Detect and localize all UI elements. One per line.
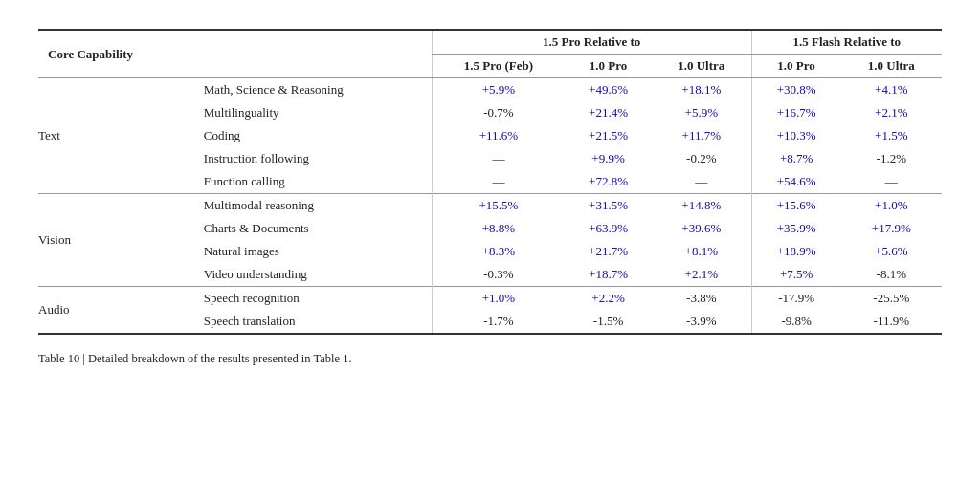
col1-header: 1.5 Pro (Feb) — [432, 55, 565, 78]
data-cell-0-1-3: +16.7% — [751, 101, 841, 124]
row-name: Natural images — [194, 240, 433, 263]
section-label-text: Text — [38, 78, 194, 194]
row-name: Multimodal reasoning — [194, 194, 433, 218]
data-cell-0-2-1: +21.5% — [565, 124, 652, 147]
data-cell-2-0-0: +1.0% — [432, 287, 565, 311]
data-cell-1-0-2: +14.8% — [652, 194, 751, 218]
data-cell-0-1-4: +2.1% — [841, 101, 942, 124]
data-cell-1-0-1: +31.5% — [565, 194, 652, 218]
data-cell-0-2-3: +10.3% — [751, 124, 841, 147]
caption-link[interactable]: 1 — [343, 352, 348, 365]
col2-header: 1.0 Pro — [565, 55, 652, 78]
data-cell-1-0-4: +1.0% — [841, 194, 942, 218]
data-cell-0-4-4: — — [841, 170, 942, 194]
caption-text: Table 10 | Detailed breakdown of the res… — [38, 352, 343, 365]
data-cell-1-1-1: +63.9% — [565, 217, 652, 240]
section-label-vision: Vision — [38, 194, 194, 287]
data-cell-1-1-4: +17.9% — [841, 217, 942, 240]
data-cell-0-3-0: — — [432, 147, 565, 170]
core-capability-header: Core Capability — [38, 30, 194, 78]
data-cell-1-3-2: +2.1% — [652, 263, 751, 287]
data-cell-0-3-1: +9.9% — [565, 147, 652, 170]
data-cell-1-2-0: +8.3% — [432, 240, 565, 263]
data-cell-0-4-0: — — [432, 170, 565, 194]
data-cell-1-2-4: +5.6% — [841, 240, 942, 263]
data-cell-0-1-0: -0.7% — [432, 101, 565, 124]
row-name: Coding — [194, 124, 433, 147]
data-cell-0-2-2: +11.7% — [652, 124, 751, 147]
data-cell-0-0-0: +5.9% — [432, 78, 565, 102]
pro-relative-header: 1.5 Pro Relative to — [432, 30, 751, 55]
data-cell-1-3-3: +7.5% — [751, 263, 841, 287]
data-cell-0-2-0: +11.6% — [432, 124, 565, 147]
table-container: Core Capability 1.5 Pro Relative to 1.5 … — [38, 29, 942, 335]
capability-spacer — [194, 30, 433, 78]
row-name: Charts & Documents — [194, 217, 433, 240]
data-cell-2-1-3: -9.8% — [751, 310, 841, 334]
data-cell-1-3-0: -0.3% — [432, 263, 565, 287]
data-cell-1-3-4: -8.1% — [841, 263, 942, 287]
table-caption: Table 10 | Detailed breakdown of the res… — [38, 352, 942, 366]
data-cell-0-3-2: -0.2% — [652, 147, 751, 170]
col3-header: 1.0 Ultra — [652, 55, 751, 78]
col5-header: 1.0 Ultra — [841, 55, 942, 78]
data-cell-2-0-4: -25.5% — [841, 287, 942, 311]
data-cell-0-0-2: +18.1% — [652, 78, 751, 102]
data-cell-0-4-2: — — [652, 170, 751, 194]
row-name: Video understanding — [194, 263, 433, 287]
data-cell-1-2-1: +21.7% — [565, 240, 652, 263]
row-name: Speech translation — [194, 310, 433, 334]
data-cell-2-1-4: -11.9% — [841, 310, 942, 334]
data-cell-2-0-2: -3.8% — [652, 287, 751, 311]
row-name: Speech recognition — [194, 287, 433, 311]
data-cell-1-2-2: +8.1% — [652, 240, 751, 263]
row-name: Function calling — [194, 170, 433, 194]
data-cell-0-1-1: +21.4% — [565, 101, 652, 124]
data-cell-2-1-2: -3.9% — [652, 310, 751, 334]
data-cell-0-3-4: -1.2% — [841, 147, 942, 170]
row-name: Math, Science & Reasoning — [194, 78, 433, 102]
data-cell-2-0-1: +2.2% — [565, 287, 652, 311]
data-cell-1-1-0: +8.8% — [432, 217, 565, 240]
data-cell-1-1-2: +39.6% — [652, 217, 751, 240]
row-name: Multilinguality — [194, 101, 433, 124]
data-cell-0-2-4: +1.5% — [841, 124, 942, 147]
data-cell-1-3-1: +18.7% — [565, 263, 652, 287]
data-cell-0-4-3: +54.6% — [751, 170, 841, 194]
data-cell-2-1-1: -1.5% — [565, 310, 652, 334]
data-cell-1-1-3: +35.9% — [751, 217, 841, 240]
data-cell-0-4-1: +72.8% — [565, 170, 652, 194]
data-cell-1-0-0: +15.5% — [432, 194, 565, 218]
col4-header: 1.0 Pro — [751, 55, 841, 78]
main-table: Core Capability 1.5 Pro Relative to 1.5 … — [38, 29, 942, 335]
data-cell-0-1-2: +5.9% — [652, 101, 751, 124]
data-cell-2-1-0: -1.7% — [432, 310, 565, 334]
data-cell-2-0-3: -17.9% — [751, 287, 841, 311]
data-cell-0-0-3: +30.8% — [751, 78, 841, 102]
data-cell-1-0-3: +15.6% — [751, 194, 841, 218]
row-name: Instruction following — [194, 147, 433, 170]
data-cell-1-2-3: +18.9% — [751, 240, 841, 263]
flash-relative-header: 1.5 Flash Relative to — [751, 30, 942, 55]
data-cell-0-3-3: +8.7% — [751, 147, 841, 170]
data-cell-0-0-4: +4.1% — [841, 78, 942, 102]
section-label-audio: Audio — [38, 287, 194, 335]
data-cell-0-0-1: +49.6% — [565, 78, 652, 102]
